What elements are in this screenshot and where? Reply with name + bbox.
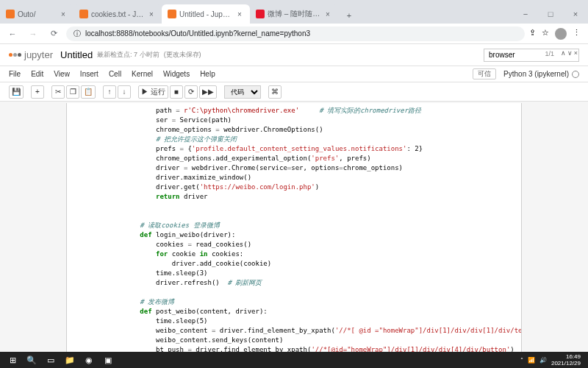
trust-button[interactable]: 可信 (473, 68, 496, 79)
menu-widgets[interactable]: Widgets (163, 70, 190, 78)
logo-dot-icon (9, 53, 12, 57)
menu-cell[interactable]: Cell (109, 70, 121, 78)
paste-button[interactable]: 📋 (81, 85, 96, 99)
tab-close-icon[interactable]: × (59, 10, 68, 18)
maximize-button[interactable]: □ (538, 4, 563, 24)
tab-favicon-icon (6, 10, 15, 18)
terminal-task-icon[interactable]: ▣ (98, 352, 118, 368)
reload-button[interactable]: ⟳ (46, 26, 62, 42)
insert-cell-button[interactable]: + (31, 85, 44, 99)
clock[interactable]: 16:49 2021/12/29 (551, 353, 581, 367)
search-task-icon[interactable]: 🔍 (22, 352, 41, 368)
address-bar: ← → ⟳ ⓘ localhost:8888/notebooks/Outo/Un… (0, 24, 588, 44)
copy-button[interactable]: ❐ (66, 85, 79, 99)
notebook-area[interactable]: path = r'C:\python\chromedriver.exe' # 填… (0, 102, 588, 367)
browser-tab[interactable]: cookies.txt - Jupyter Text Edi× (74, 4, 162, 24)
forward-button[interactable]: → (25, 26, 41, 42)
kernel-indicator-icon (572, 71, 579, 78)
tab-favicon-icon (256, 10, 265, 18)
tab-favicon-icon (79, 10, 88, 18)
volume-icon[interactable]: 🔊 (539, 357, 547, 364)
menu-file[interactable]: File (9, 70, 21, 78)
tab-close-icon[interactable]: × (235, 10, 244, 18)
notebook-header: jupyter Untitled 最新检查点: 7 小时前 (更改未保存) 1/… (0, 44, 588, 66)
profile-icon[interactable] (555, 28, 567, 40)
move-up-button[interactable]: ↑ (103, 85, 116, 99)
menu-icon[interactable]: ⋮ (573, 28, 581, 40)
back-button[interactable]: ← (4, 26, 21, 42)
browser-tab-strip: Outo/×cookies.txt - Jupyter Text Edi×Unt… (0, 0, 588, 24)
jupyter-logo[interactable]: jupyter (9, 49, 53, 60)
tab-title: Untitled - Jupyter Notebook (179, 10, 232, 18)
run-button[interactable]: ▶ 运行 (138, 85, 168, 99)
logo-dot-icon (13, 53, 17, 57)
menu-view[interactable]: View (54, 70, 70, 78)
browser-tab[interactable]: 微博 – 随时随地发现新鲜事× (250, 4, 338, 24)
tab-title: cookies.txt - Jupyter Text Edi (91, 10, 144, 18)
url-field[interactable]: ⓘ localhost:8888/notebooks/Outo/Untitled… (66, 26, 525, 41)
find-count: 1/1 (545, 50, 554, 57)
tray-chevron-icon[interactable]: ˄ (520, 357, 523, 364)
windows-taskbar: ⊞ 🔍 ▭ 📁 ◉ ▣ ˄ 📶 🔊 16:49 2021/12/29 (0, 352, 588, 368)
bookmark-icon[interactable]: ☆ (542, 28, 549, 40)
cell-type-select[interactable]: 代码 (224, 85, 261, 99)
notebook-title[interactable]: Untitled (60, 49, 93, 60)
find-next-button[interactable]: ∨ (567, 49, 573, 57)
minimize-button[interactable]: − (513, 4, 538, 24)
cell-prompt (67, 103, 104, 367)
site-info-icon[interactable]: ⓘ (74, 29, 81, 39)
tab-favicon-icon (168, 10, 176, 18)
find-close-button[interactable]: × (574, 49, 578, 57)
menu-insert[interactable]: Insert (80, 70, 98, 78)
task-view-icon[interactable]: ▭ (41, 352, 60, 368)
cut-button[interactable]: ✂ (51, 85, 65, 99)
new-tab-button[interactable]: + (341, 7, 357, 24)
share-icon[interactable]: ⇪ (529, 28, 536, 40)
browser-tab[interactable]: Outo/× (0, 4, 74, 24)
tab-close-icon[interactable]: × (147, 10, 156, 18)
interrupt-button[interactable]: ■ (170, 85, 183, 99)
find-bar: 1/1 ∧ ∨ × (484, 49, 579, 62)
checkpoint-text: 最新检查点: 7 小时前 (97, 50, 159, 60)
logo-dot-icon (18, 53, 21, 57)
autosave-text: (更改未保存) (164, 50, 201, 60)
logo-text: jupyter (24, 49, 53, 60)
chrome-task-icon[interactable]: ◉ (79, 352, 98, 368)
url-text: localhost:8888/notebooks/Outo/Untitled.i… (85, 29, 310, 38)
menu-kernel[interactable]: Kernel (132, 70, 153, 78)
start-button[interactable]: ⊞ (3, 352, 22, 368)
kernel-name[interactable]: Python 3 (ipykernel) (503, 70, 579, 78)
restart-run-all-button[interactable]: ▶▶ (199, 85, 217, 99)
find-prev-button[interactable]: ∧ (561, 49, 566, 57)
file-explorer-icon[interactable]: 📁 (60, 352, 79, 368)
restart-button[interactable]: ⟳ (184, 85, 198, 99)
move-down-button[interactable]: ↓ (118, 85, 131, 99)
code-cell[interactable]: path = r'C:\python\chromedriver.exe' # 填… (66, 103, 522, 367)
tab-title: 微博 – 随时随地发现新鲜事 (268, 9, 320, 19)
browser-tab[interactable]: Untitled - Jupyter Notebook× (162, 4, 250, 24)
window-controls: − □ × (513, 4, 588, 24)
close-window-button[interactable]: × (563, 4, 588, 24)
tab-title: Outo/ (18, 10, 56, 18)
menu-bar: FileEditViewInsertCellKernelWidgetsHelp … (0, 66, 588, 82)
network-icon[interactable]: 📶 (528, 357, 535, 364)
toolbar: 💾 + ✂ ❐ 📋 ↑ ↓ ▶ 运行 ■ ⟳ ▶▶ 代码 ⌘ (0, 82, 588, 102)
command-palette-button[interactable]: ⌘ (268, 85, 282, 99)
menu-edit[interactable]: Edit (31, 70, 43, 78)
code-editor[interactable]: path = r'C:\python\chromedriver.exe' # 填… (104, 103, 521, 367)
save-button[interactable]: 💾 (9, 85, 24, 99)
menu-help[interactable]: Help (200, 70, 215, 78)
tab-close-icon[interactable]: × (323, 10, 332, 18)
